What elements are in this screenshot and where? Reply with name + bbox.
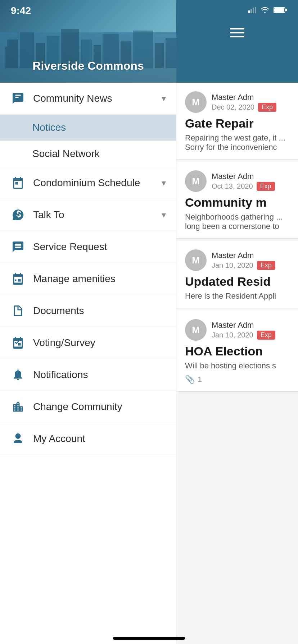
sidebar-item-manage-amenities[interactable]: Manage amenities bbox=[0, 263, 176, 295]
svg-rect-1 bbox=[250, 9, 252, 13]
avatar: M bbox=[185, 170, 207, 192]
attachment-count: 1 bbox=[198, 375, 202, 384]
notice-body: Will be hosting elections s bbox=[185, 361, 289, 371]
svg-rect-20 bbox=[15, 280, 17, 281]
notice-body: Neighborhoods gathering ... bbox=[185, 212, 289, 222]
notice-card[interactable]: M Master Adm Jan 10, 2020 Exp HOA Electi… bbox=[176, 310, 298, 392]
svg-rect-0 bbox=[248, 10, 250, 13]
avatar: M bbox=[185, 91, 207, 113]
notices-label: Notices bbox=[32, 122, 66, 133]
notice-date: Jan 10, 2020 bbox=[212, 331, 253, 339]
svg-rect-5 bbox=[274, 8, 284, 12]
building-icon bbox=[10, 399, 26, 415]
notice-meta: Master Adm Jan 10, 2020 Exp bbox=[212, 321, 289, 340]
notice-card[interactable]: M Master Adm Dec 02, 2020 Exp Gate Repai… bbox=[176, 83, 298, 160]
social-network-label: Social Network bbox=[32, 148, 100, 160]
chat-icon bbox=[10, 91, 26, 106]
calendar-icon bbox=[10, 175, 26, 191]
chevron-down-icon: ▾ bbox=[162, 210, 166, 220]
condominium-schedule-label: Condominium Schedule bbox=[33, 177, 154, 189]
sidebar-item-notices[interactable]: Notices bbox=[0, 115, 176, 141]
notice-card[interactable]: M Master Adm Oct 13, 2020 Exp Community … bbox=[176, 162, 298, 239]
status-bar: 9:42 bbox=[0, 0, 298, 22]
talk-to-label: Talk To bbox=[33, 209, 154, 221]
sidebar-item-notifications[interactable]: Notifications bbox=[0, 359, 176, 391]
sidebar-item-service-request[interactable]: Service Request bbox=[0, 231, 176, 263]
notice-meta: Master Adm Jan 10, 2020 Exp bbox=[212, 251, 289, 270]
documents-icon bbox=[10, 303, 26, 319]
notice-date: Jan 10, 2020 bbox=[212, 261, 253, 270]
service-icon bbox=[10, 239, 26, 255]
hamburger-line-2 bbox=[230, 32, 244, 33]
voting-icon bbox=[10, 335, 26, 351]
notice-title: HOA Election bbox=[185, 344, 289, 358]
hamburger-button[interactable] bbox=[227, 25, 247, 40]
notice-body: Here is the Resident Appli bbox=[185, 291, 289, 301]
expired-badge: Exp bbox=[257, 261, 275, 270]
avatar: M bbox=[185, 319, 207, 341]
notice-card[interactable]: M Master Adm Jan 10, 2020 Exp Updated Re… bbox=[176, 241, 298, 308]
notice-header: M Master Adm Jan 10, 2020 Exp bbox=[185, 249, 289, 271]
notice-header: M Master Adm Jan 10, 2020 Exp bbox=[185, 319, 289, 341]
notice-date-row: Oct 13, 2020 Exp bbox=[212, 182, 289, 191]
amenities-icon bbox=[10, 271, 26, 287]
notice-header: M Master Adm Dec 02, 2020 Exp bbox=[185, 91, 289, 113]
wifi-icon bbox=[261, 6, 269, 15]
notice-date-row: Jan 10, 2020 Exp bbox=[212, 331, 289, 340]
community-news-label: Community News bbox=[33, 93, 154, 104]
bell-icon bbox=[10, 367, 26, 383]
hero-title: Riverside Commons bbox=[0, 59, 176, 73]
notice-title: Community m bbox=[185, 196, 289, 210]
voting-survey-label: Voting/Survey bbox=[33, 337, 166, 349]
attachment-icon: 📎 bbox=[185, 375, 195, 384]
hamburger-line-1 bbox=[230, 28, 244, 29]
chevron-down-icon: ▾ bbox=[162, 178, 166, 188]
notice-date: Oct 13, 2020 bbox=[212, 182, 253, 190]
notifications-label: Notifications bbox=[33, 369, 166, 381]
sidebar-item-social-network[interactable]: Social Network bbox=[0, 141, 176, 167]
sidebar-item-voting-survey[interactable]: Voting/Survey bbox=[0, 327, 176, 359]
change-community-label: Change Community bbox=[33, 401, 166, 413]
notice-author: Master Adm bbox=[212, 251, 289, 260]
svg-rect-3 bbox=[255, 7, 256, 13]
my-account-label: My Account bbox=[33, 433, 166, 445]
svg-rect-6 bbox=[285, 9, 287, 11]
notice-author: Master Adm bbox=[212, 321, 289, 330]
talk-icon bbox=[10, 207, 26, 223]
sidebar-item-condominium-schedule[interactable]: Condominium Schedule ▾ bbox=[0, 167, 176, 199]
sidebar-item-community-news[interactable]: Community News ▾ bbox=[0, 83, 176, 115]
manage-amenities-label: Manage amenities bbox=[33, 273, 166, 285]
notice-meta: Master Adm Dec 02, 2020 Exp bbox=[212, 93, 289, 112]
notice-meta: Master Adm Oct 13, 2020 Exp bbox=[212, 172, 289, 191]
notice-footer: 📎 1 bbox=[185, 375, 289, 384]
avatar: M bbox=[185, 249, 207, 271]
person-icon bbox=[10, 431, 26, 447]
sidebar-item-my-account[interactable]: My Account bbox=[0, 423, 176, 455]
notice-body-line2: long been a cornerstone to bbox=[185, 222, 289, 231]
expired-badge: Exp bbox=[257, 331, 275, 340]
service-request-label: Service Request bbox=[33, 241, 166, 253]
documents-label: Documents bbox=[33, 305, 166, 317]
content-panel: M Master Adm Dec 02, 2020 Exp Gate Repai… bbox=[176, 83, 298, 644]
notice-author: Master Adm bbox=[212, 172, 289, 181]
notice-date: Dec 02, 2020 bbox=[212, 103, 254, 111]
signal-icon bbox=[248, 6, 256, 15]
home-indicator bbox=[113, 637, 185, 640]
notice-author: Master Adm bbox=[212, 93, 289, 102]
expired-badge: Exp bbox=[257, 182, 275, 191]
hamburger-line-3 bbox=[230, 36, 244, 37]
notice-date-row: Dec 02, 2020 Exp bbox=[212, 103, 289, 112]
sidebar-item-talk-to[interactable]: Talk To ▾ bbox=[0, 199, 176, 231]
notice-title: Updated Resid bbox=[185, 275, 289, 289]
chevron-down-icon: ▾ bbox=[162, 93, 166, 104]
notice-header: M Master Adm Oct 13, 2020 Exp bbox=[185, 170, 289, 192]
sidebar-item-change-community[interactable]: Change Community bbox=[0, 391, 176, 423]
notice-title: Gate Repair bbox=[185, 116, 289, 130]
notice-body-line2: Sorry for the inconvenienc bbox=[185, 143, 289, 152]
status-icons bbox=[248, 6, 287, 15]
notice-body: Repairing the west gate, it ... bbox=[185, 133, 289, 143]
sidebar: Community News ▾ Notices Social Network … bbox=[0, 83, 176, 644]
notice-date-row: Jan 10, 2020 Exp bbox=[212, 261, 289, 270]
expired-badge: Exp bbox=[258, 103, 276, 112]
sidebar-item-documents[interactable]: Documents bbox=[0, 295, 176, 327]
